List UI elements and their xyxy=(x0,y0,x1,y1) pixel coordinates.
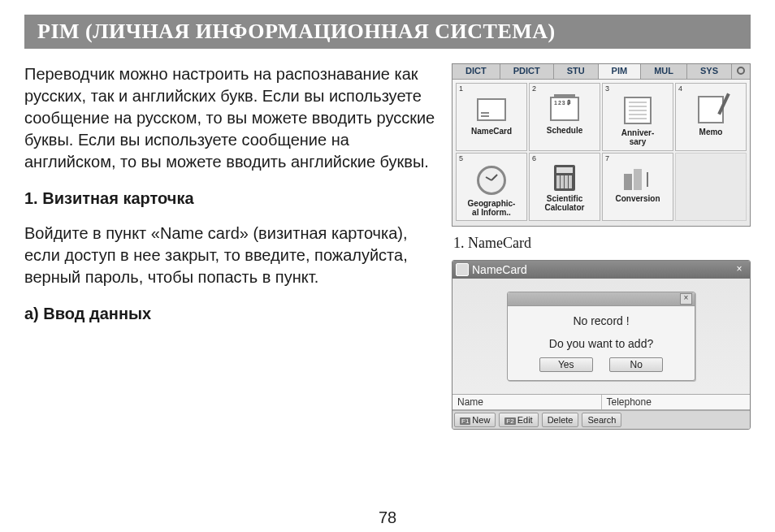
cell-label: Schedule xyxy=(530,127,600,136)
edit-button[interactable]: F2Edit xyxy=(499,413,538,427)
f1-badge: F1 xyxy=(460,417,470,425)
dialog-box: × No record ! Do you want to add? Yes No xyxy=(507,292,695,381)
cell-number: 5 xyxy=(459,154,463,162)
manual-page: PIM (ЛИЧНАЯ ИНФОРМАЦИОННАЯ СИСТЕМА) Пере… xyxy=(0,0,775,532)
gear-icon xyxy=(737,67,745,75)
tab-settings[interactable] xyxy=(732,64,750,79)
globe-clock-icon xyxy=(477,166,506,195)
cell-label: Memo xyxy=(676,128,746,137)
cell-number: 2 xyxy=(532,84,536,93)
tab-sys[interactable]: SYS xyxy=(687,64,732,79)
anniversary-icon xyxy=(624,97,652,124)
page-title: PIM (ЛИЧНАЯ ИНФОРМАЦИОННАЯ СИСТЕМА) xyxy=(24,15,751,49)
window-titlebar: NameCard × xyxy=(452,261,750,279)
delete-button[interactable]: Delete xyxy=(542,413,579,427)
dialog-titlebar: × xyxy=(508,292,695,306)
app-conversion[interactable]: 7 Conversion xyxy=(602,153,673,221)
memo-icon xyxy=(698,96,724,123)
body-text: Переводчик можно настроить на распознава… xyxy=(24,63,440,430)
namecard-icon xyxy=(477,98,506,121)
section-heading-2: a) Ввод данных xyxy=(24,303,437,325)
tab-stu[interactable]: STU xyxy=(554,64,599,79)
screenshot-column: DICT PDICT STU PIM MUL SYS 1 NameCard 2 xyxy=(452,63,751,430)
app-calculator[interactable]: 6 Scientific Calculator xyxy=(529,153,600,221)
cell-label: NameCard xyxy=(457,128,526,136)
f2-badge: F2 xyxy=(504,417,515,425)
yes-button[interactable]: Yes xyxy=(539,357,593,372)
cell-label: Anniver- sary xyxy=(603,129,673,146)
paragraph-namecard: Войдите в пункт «Name card» (визитная ка… xyxy=(24,223,437,288)
bars-icon xyxy=(624,167,652,190)
pim-app-grid: 1 NameCard 2 Schedule 3 Anniver- sary xyxy=(452,80,750,226)
app-geo[interactable]: 5 Geographic- al Inform.. xyxy=(456,153,527,221)
close-icon[interactable]: × xyxy=(734,264,745,275)
section-heading-1: 1. Визитная карточка xyxy=(24,188,437,210)
column-headers: Name Telephone xyxy=(452,394,750,410)
app-namecard[interactable]: 1 NameCard xyxy=(456,83,527,151)
search-button[interactable]: Search xyxy=(582,413,621,427)
app-empty xyxy=(675,153,747,221)
col-name: Name xyxy=(452,395,602,409)
selection-hint: 1. NameCard xyxy=(453,235,751,252)
tab-pim[interactable]: PIM xyxy=(599,64,642,79)
pim-tabs: DICT PDICT STU PIM MUL SYS xyxy=(452,64,750,80)
window-body: × No record ! Do you want to add? Yes No xyxy=(452,279,750,394)
calculator-icon xyxy=(554,165,575,191)
app-anniversary[interactable]: 3 Anniver- sary xyxy=(602,83,673,151)
cell-label: Scientific Calculator xyxy=(530,195,600,212)
no-button[interactable]: No xyxy=(609,357,663,372)
window-icon xyxy=(456,263,469,276)
tab-pdict[interactable]: PDICT xyxy=(500,64,554,79)
cell-label: Conversion xyxy=(603,195,673,204)
namecard-window: NameCard × × No record ! Do you want to … xyxy=(452,260,751,430)
app-memo[interactable]: 4 Memo xyxy=(675,83,747,151)
cell-number: 4 xyxy=(678,84,682,93)
cell-number: 1 xyxy=(459,84,463,93)
tab-mul[interactable]: MUL xyxy=(641,64,687,79)
page-number: 78 xyxy=(0,508,775,527)
footer-toolbar: F1New F2Edit Delete Search xyxy=(452,410,750,429)
cell-number: 6 xyxy=(532,154,536,162)
col-telephone: Telephone xyxy=(602,395,751,409)
paragraph-intro: Переводчик можно настроить на распознава… xyxy=(24,63,437,173)
cell-number: 3 xyxy=(605,84,609,93)
app-schedule[interactable]: 2 Schedule xyxy=(529,83,600,151)
dialog-line1: No record ! xyxy=(508,306,695,329)
cell-label: Geographic- al Inform.. xyxy=(457,200,526,217)
tab-dict[interactable]: DICT xyxy=(452,64,500,79)
calendar-icon xyxy=(550,97,579,121)
cell-number: 7 xyxy=(605,154,609,162)
new-button[interactable]: F1New xyxy=(454,413,496,427)
window-title: NameCard xyxy=(472,263,527,276)
pim-window: DICT PDICT STU PIM MUL SYS 1 NameCard 2 xyxy=(452,63,751,227)
dialog-line2: Do you want to add? xyxy=(508,329,695,352)
dialog-close-icon[interactable]: × xyxy=(680,293,692,305)
